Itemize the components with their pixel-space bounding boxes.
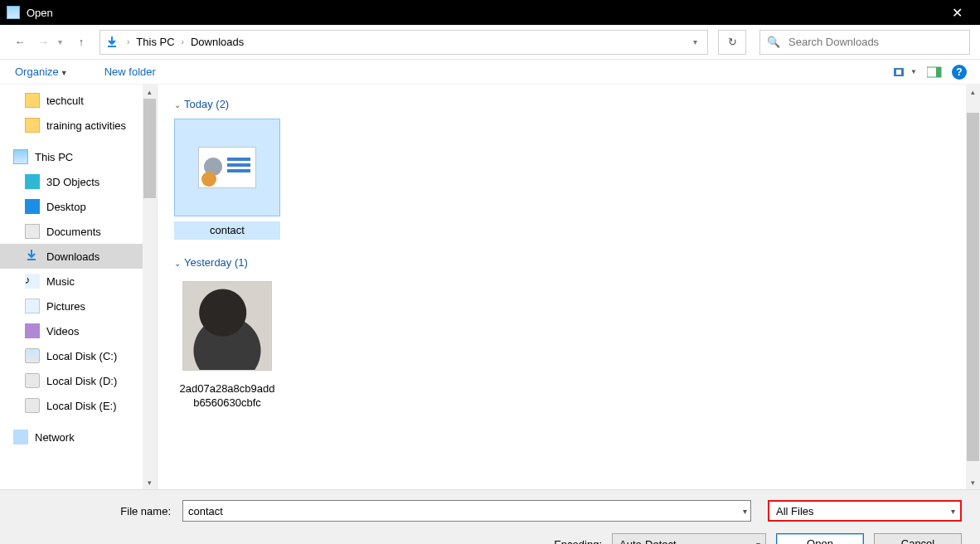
scroll-up-icon[interactable]: ▴ xyxy=(966,85,980,99)
tree-item[interactable]: 3D Objects xyxy=(0,169,157,194)
svg-rect-2 xyxy=(896,70,901,75)
folder-icon xyxy=(25,93,40,108)
address-history-dropdown[interactable]: ▾ xyxy=(688,37,702,46)
scroll-thumb[interactable] xyxy=(967,113,979,461)
disk-icon xyxy=(25,348,40,363)
tree-scrollbar[interactable]: ▴ ▾ xyxy=(143,85,157,489)
file-item-contact[interactable]: contact xyxy=(174,119,280,240)
tree-item[interactable]: Local Disk (D:) xyxy=(0,368,157,393)
file-item[interactable]: 2ad07a28a8cb9addb6560630cbfc xyxy=(174,277,280,412)
tree-item[interactable]: Local Disk (E:) xyxy=(0,393,157,418)
tree-item[interactable]: Desktop xyxy=(0,194,157,219)
chevron-down-icon[interactable]: ▾ xyxy=(756,540,760,545)
group-header-yesterday[interactable]: ⌄Yesterday (1) xyxy=(174,256,963,269)
app-icon xyxy=(7,6,20,19)
scroll-down-icon[interactable]: ▾ xyxy=(143,475,157,489)
group-header-today[interactable]: ⌄Today (2) xyxy=(174,98,963,110)
back-button[interactable]: ← xyxy=(12,36,28,48)
navigation-tree[interactable]: techcult training activities This PC 3D … xyxy=(0,85,158,489)
folder-icon xyxy=(25,118,40,133)
tree-item[interactable]: Videos xyxy=(0,318,157,343)
file-thumbnail xyxy=(174,277,280,375)
close-icon[interactable]: ✕ xyxy=(940,5,973,21)
preview-pane-button[interactable] xyxy=(927,66,942,78)
file-caption: contact xyxy=(174,221,280,240)
svg-rect-4 xyxy=(936,67,941,77)
cancel-button[interactable]: Cancel xyxy=(874,533,962,544)
window-title: Open xyxy=(27,7,53,19)
3d-objects-icon xyxy=(25,174,40,189)
music-icon: ♪ xyxy=(25,274,40,289)
breadcrumb-current[interactable]: Downloads xyxy=(187,36,247,48)
file-type-select[interactable]: All Files ▾ xyxy=(768,500,962,522)
scroll-thumb[interactable] xyxy=(143,99,156,198)
downloads-icon xyxy=(105,36,119,49)
chevron-down-icon[interactable]: ▾ xyxy=(951,507,955,516)
help-button[interactable]: ? xyxy=(952,65,967,80)
chevron-down-icon: ⌄ xyxy=(174,259,181,268)
disk-icon xyxy=(25,373,40,388)
organize-menu[interactable]: Organize▼ xyxy=(13,64,70,80)
new-folder-button[interactable]: New folder xyxy=(103,64,158,80)
search-icon: 🔍 xyxy=(767,36,780,48)
desktop-icon xyxy=(25,199,40,214)
view-options-button[interactable]: ▼ xyxy=(894,66,917,78)
tree-item-this-pc[interactable]: This PC xyxy=(0,144,157,169)
bottom-panel: File name: contact ▾ All Files ▾ Encodin… xyxy=(0,489,980,544)
videos-icon xyxy=(25,323,40,338)
breadcrumb-root[interactable]: This PC xyxy=(133,36,177,48)
file-thumbnail xyxy=(174,119,280,216)
forward-button[interactable]: → xyxy=(35,36,51,48)
search-box[interactable]: 🔍 Search Downloads xyxy=(759,30,970,55)
chevron-down-icon: ▼ xyxy=(61,69,68,77)
content-scrollbar[interactable]: ▴ ▾ xyxy=(966,85,980,489)
disk-icon xyxy=(25,398,40,413)
tree-item-network[interactable]: Network xyxy=(0,425,157,449)
chevron-right-icon[interactable]: › xyxy=(178,37,187,46)
title-bar: Open ✕ xyxy=(0,0,980,25)
tree-item[interactable]: techcult xyxy=(0,88,157,113)
chevron-down-icon: ⌄ xyxy=(174,100,181,109)
refresh-button[interactable]: ↻ xyxy=(718,30,746,55)
nav-bar: ← → ▾ ↑ › This PC › Downloads ▾ ↻ 🔍 Sear… xyxy=(0,25,980,60)
network-icon xyxy=(13,430,28,444)
this-pc-icon xyxy=(13,149,28,164)
tree-item-downloads[interactable]: Downloads xyxy=(0,244,157,269)
up-button[interactable]: ↑ xyxy=(73,36,90,48)
svg-rect-0 xyxy=(108,46,116,47)
scroll-up-icon[interactable]: ▴ xyxy=(143,85,157,99)
encoding-label: Encoding: xyxy=(554,538,602,545)
svg-rect-5 xyxy=(27,259,36,260)
search-placeholder: Search Downloads xyxy=(788,36,879,48)
file-caption: 2ad07a28a8cb9addb6560630cbfc xyxy=(174,380,280,412)
downloads-icon xyxy=(25,249,40,264)
tree-item[interactable]: ♪Music xyxy=(0,269,157,294)
chevron-right-icon[interactable]: › xyxy=(124,37,133,46)
command-bar: Organize▼ New folder ▼ ? xyxy=(0,60,980,85)
tree-item[interactable]: Pictures xyxy=(0,294,157,318)
recent-locations-dropdown[interactable]: ▾ xyxy=(58,37,66,46)
chevron-down-icon[interactable]: ▾ xyxy=(743,507,747,516)
file-list[interactable]: ⌄Today (2) contact ⌄Yesterday (1) 2ad07a… xyxy=(158,85,980,489)
tree-item[interactable]: training activities xyxy=(0,113,157,138)
documents-icon xyxy=(25,224,40,239)
filename-input[interactable]: contact ▾ xyxy=(182,500,751,522)
tree-item[interactable]: Documents xyxy=(0,219,157,244)
filename-label: File name: xyxy=(18,505,176,517)
pictures-icon xyxy=(25,299,40,313)
encoding-select[interactable]: Auto-Detect ▾ xyxy=(612,533,766,544)
open-button[interactable]: Open xyxy=(776,533,864,544)
tree-item[interactable]: Local Disk (C:) xyxy=(0,343,157,368)
address-bar[interactable]: › This PC › Downloads ▾ xyxy=(99,30,708,55)
scroll-down-icon[interactable]: ▾ xyxy=(966,475,980,489)
